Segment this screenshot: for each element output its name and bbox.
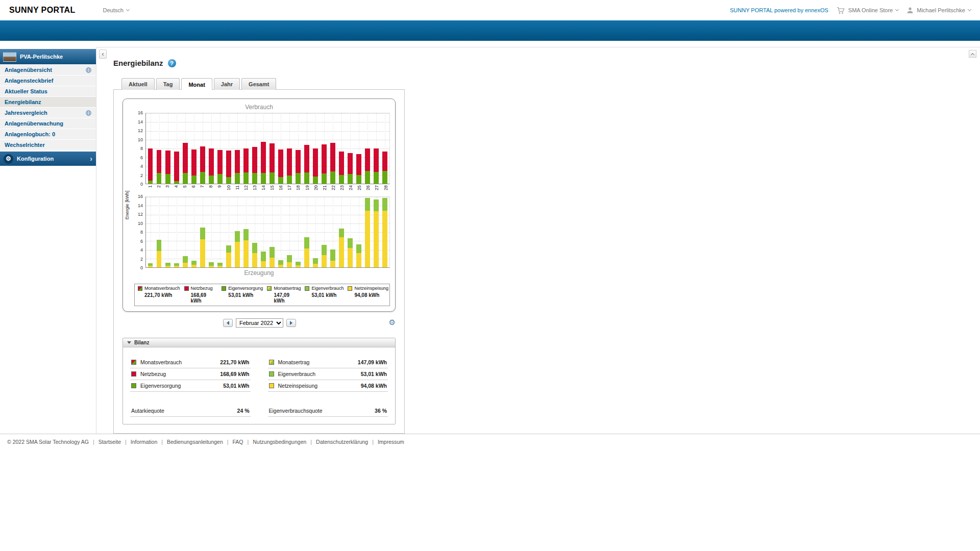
chart-bar-day-11[interactable]: [233, 197, 241, 267]
bilanz-header[interactable]: Bilanz: [123, 338, 395, 347]
footer-link-startseite[interactable]: Startseite: [99, 439, 121, 445]
bar-segment-eigenverbrauch: [287, 255, 292, 262]
plant-header[interactable]: PVA-Perlitschke: [0, 49, 96, 64]
tab-tag[interactable]: Tag: [156, 78, 180, 90]
gear-icon: ⚙: [4, 154, 13, 164]
chart-bar-day-20[interactable]: [311, 197, 320, 267]
chart-bar-day-18[interactable]: [294, 197, 303, 267]
chart-bar-day-22[interactable]: [329, 113, 337, 184]
sma-online-store[interactable]: SMA Online Store: [837, 7, 898, 14]
chart-bar-day-13[interactable]: [250, 197, 259, 267]
y-tick: 14: [138, 203, 143, 208]
chart-bar-day-14[interactable]: [259, 113, 267, 184]
energy-chart-panel: Energie [kWh] Verbrauch 1614121086420 12…: [122, 98, 396, 312]
chart-bar-day-1[interactable]: [146, 113, 155, 184]
chart-bar-day-10[interactable]: [224, 113, 233, 184]
sidebar-item-wechselrichter[interactable]: Wechselrichter: [0, 139, 96, 150]
sidebar-item-jahresvergleich[interactable]: Jahresvergleich: [0, 107, 96, 118]
chart-bar-day-21[interactable]: [320, 113, 329, 184]
chart-bar-day-5[interactable]: [181, 197, 189, 267]
chart-bar-day-7[interactable]: [198, 197, 207, 267]
collapse-sidebar-button[interactable]: ‹: [99, 49, 107, 59]
chart-bar-day-25[interactable]: [355, 113, 363, 184]
chart-bar-day-19[interactable]: [303, 197, 311, 267]
chart-bar-day-10[interactable]: [224, 197, 233, 267]
chart-bar-day-15[interactable]: [267, 197, 276, 267]
sidebar-item-anlagensteckbrief[interactable]: Anlagensteckbrief: [0, 75, 96, 86]
sidebar-item-anlagenueberwachung[interactable]: Anlagenüberwachung: [0, 118, 96, 129]
tab-monat[interactable]: Monat: [181, 78, 212, 90]
y-axis-label: Energie [kWh]: [125, 191, 130, 220]
chart-bar-day-27[interactable]: [372, 113, 381, 184]
footer-link-faq[interactable]: FAQ: [232, 439, 243, 445]
month-select[interactable]: Februar 2022: [236, 318, 283, 328]
footer-link-datenschutzerklaerung[interactable]: Datenschutzerklärung: [316, 439, 368, 445]
chart-bar-day-24[interactable]: [346, 197, 355, 267]
chart-bar-day-17[interactable]: [285, 197, 294, 267]
legend-label: Monatsertrag: [274, 286, 301, 291]
scroll-up-button[interactable]: [969, 50, 976, 58]
powered-by-link[interactable]: SUNNY PORTAL powered by ennexOS: [730, 7, 828, 13]
bar-segment-netzeinspeisung: [226, 253, 231, 267]
chart-bar-day-4[interactable]: [172, 113, 181, 184]
footer-link-nutzungsbedingungen[interactable]: Nutzungsbedingungen: [253, 439, 306, 445]
chart-bar-day-12[interactable]: [241, 197, 250, 267]
help-icon[interactable]: ?: [168, 59, 176, 67]
chart-bar-day-9[interactable]: [215, 113, 224, 184]
chart-bar-day-3[interactable]: [163, 197, 172, 267]
chart-bar-day-26[interactable]: [363, 197, 372, 267]
chart-bar-day-8[interactable]: [207, 197, 215, 267]
footer-link-information[interactable]: Information: [131, 439, 158, 445]
chart-bar-day-8[interactable]: [207, 113, 215, 184]
tab-aktuell[interactable]: Aktuell: [121, 78, 155, 90]
sidebar-item-anlagenuebersicht[interactable]: Anlagenübersicht: [0, 64, 96, 75]
footer-link-bedienungsanleitungen[interactable]: Bedienungsanleitungen: [167, 439, 223, 445]
chart-bar-day-21[interactable]: [320, 197, 329, 267]
chart-bar-day-14[interactable]: [259, 197, 267, 267]
chart-bar-day-4[interactable]: [172, 197, 181, 267]
chart-bar-day-17[interactable]: [285, 113, 294, 184]
tab-gesamt[interactable]: Gesamt: [241, 78, 276, 90]
previous-month-button[interactable]: [223, 319, 233, 327]
chart-bar-day-6[interactable]: [189, 113, 198, 184]
sidebar-item-anlagenlogbuch[interactable]: Anlagenlogbuch: 0: [0, 129, 96, 139]
chart-bar-day-12[interactable]: [241, 113, 250, 184]
bar-segment-netzbezug: [174, 152, 179, 181]
chart-bar-day-13[interactable]: [250, 113, 259, 184]
chart-bar-day-27[interactable]: [372, 197, 381, 267]
chart-bar-day-20[interactable]: [311, 113, 320, 184]
chart-bar-day-16[interactable]: [276, 113, 285, 184]
chart-bar-day-2[interactable]: [155, 197, 163, 267]
chart-bar-day-18[interactable]: [294, 113, 303, 184]
language-selector[interactable]: Deutsch: [103, 7, 129, 13]
chart-bar-day-1[interactable]: [146, 197, 155, 267]
sidebar-item-energiebilanz[interactable]: Energiebilanz: [0, 96, 96, 107]
chart-bar-day-23[interactable]: [337, 113, 346, 184]
chart-bar-day-5[interactable]: [181, 113, 189, 184]
chart-bar-day-22[interactable]: [329, 197, 337, 267]
tab-jahr[interactable]: Jahr: [214, 78, 240, 90]
chart-bar-day-25[interactable]: [355, 197, 363, 267]
chart-bar-day-7[interactable]: [198, 113, 207, 184]
bar-segment-eigenverbrauch: [313, 258, 318, 264]
chart-bar-day-9[interactable]: [215, 197, 224, 267]
footer-link-impressum[interactable]: Impressum: [378, 439, 404, 445]
chart-bar-day-26[interactable]: [363, 113, 372, 184]
next-month-button[interactable]: [286, 319, 296, 327]
chart-bar-day-28[interactable]: [381, 197, 389, 267]
y-axis: 1614121086420: [134, 196, 145, 268]
chart-bar-day-28[interactable]: [381, 113, 389, 184]
sidebar-item-konfiguration[interactable]: ⚙ Konfiguration ›: [0, 152, 96, 166]
chart-bar-day-2[interactable]: [155, 113, 163, 184]
sidebar-item-aktueller-status[interactable]: Aktueller Status: [0, 86, 96, 96]
chart-settings-gear-icon[interactable]: ⚙: [389, 318, 396, 327]
user-menu[interactable]: Michael Perlitschke: [906, 7, 971, 14]
chart-bar-day-24[interactable]: [346, 113, 355, 184]
chart-bar-day-19[interactable]: [303, 113, 311, 184]
chart-bar-day-11[interactable]: [233, 113, 241, 184]
chart-bar-day-6[interactable]: [189, 197, 198, 267]
chart-bar-day-3[interactable]: [163, 113, 172, 184]
chart-bar-day-23[interactable]: [337, 197, 346, 267]
chart-bar-day-16[interactable]: [276, 197, 285, 267]
chart-bar-day-15[interactable]: [267, 113, 276, 184]
